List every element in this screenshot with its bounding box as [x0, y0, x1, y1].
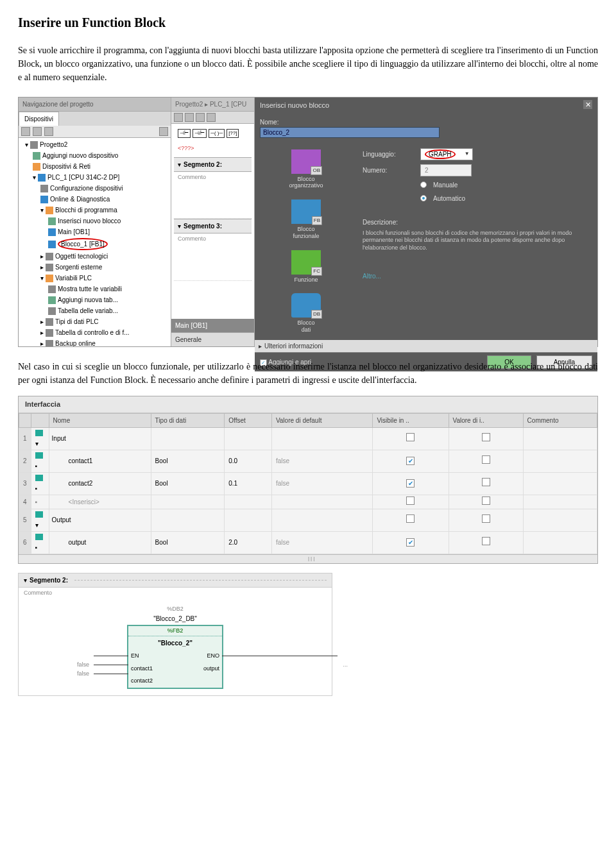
- page-title: Inserire un Function Block: [18, 13, 598, 32]
- plc-vars-icon: [46, 275, 53, 282]
- tech-objects-icon: [46, 253, 53, 260]
- tree-item[interactable]: ▸ Backup online: [20, 338, 169, 346]
- project-tree[interactable]: ▾ Progetto2 Aggiungi nuovo dispositivo D…: [19, 138, 171, 346]
- tree-item[interactable]: ▸ Tipi di dati PLC: [20, 316, 169, 327]
- toolbar-icon[interactable]: [196, 113, 205, 122]
- tree-item[interactable]: Aggiungi nuovo dispositivo: [20, 150, 169, 161]
- visible-checkbox[interactable]: [406, 497, 415, 505]
- tree-item[interactable]: ▾ Blocchi di programma: [20, 205, 169, 216]
- more-link[interactable]: Altro...: [363, 271, 585, 281]
- column-header[interactable]: Nome: [49, 413, 151, 427]
- segment-comment[interactable]: Commento: [174, 172, 252, 183]
- value-checkbox[interactable]: [482, 455, 490, 464]
- breadcrumb[interactable]: Progetto2 ▸ PLC_1 [CPU: [171, 98, 254, 112]
- language-select[interactable]: GRAPH: [420, 148, 473, 160]
- number-label: Numero:: [363, 166, 414, 175]
- automatic-label: Automatico: [433, 194, 465, 203]
- table-row[interactable]: 4▪<Inserisci>: [19, 495, 597, 509]
- toolbar-icon[interactable]: [185, 113, 194, 122]
- ob-block-icon: [48, 228, 56, 236]
- data-types-icon: [46, 318, 53, 326]
- tree-item[interactable]: Mostra tutte le variabili: [20, 284, 169, 294]
- segment-3-body[interactable]: [174, 245, 252, 281]
- segment-2-header[interactable]: ▾Segmento 2:: [174, 157, 252, 172]
- contact2-pin: contact2: [131, 677, 153, 686]
- coil-symbol[interactable]: ─( )─: [209, 129, 225, 138]
- value-checkbox[interactable]: [482, 433, 490, 441]
- output-pin: output: [203, 665, 219, 674]
- table-row[interactable]: 5 ▾Output: [19, 509, 597, 531]
- more-info-expander[interactable]: ▸Ulteriori informazioni: [255, 340, 597, 352]
- column-header[interactable]: Offset: [225, 413, 272, 427]
- tree-item[interactable]: ▸ Tabella di controllo e di f...: [20, 327, 169, 338]
- table-row[interactable]: 3 ▪contact2Bool0.1false✔: [19, 472, 597, 495]
- ladder-network[interactable]: %DB2 "Blocco_2_DB" %FB2 "Blocco_2" EN EN…: [19, 599, 332, 695]
- tree-item[interactable]: Dispositivi & Reti: [20, 161, 169, 172]
- segment-2-body[interactable]: [174, 183, 252, 219]
- fc-icon: [291, 250, 321, 275]
- column-header[interactable]: Valore di i..: [449, 413, 523, 427]
- block-name-input[interactable]: [260, 127, 440, 138]
- tree-item-circled[interactable]: Blocco_1 [FB1]: [20, 237, 169, 251]
- tree-item[interactable]: ▾ Variabili PLC: [20, 273, 169, 284]
- toolbar-icon[interactable]: [207, 113, 216, 122]
- value-checkbox[interactable]: [482, 537, 490, 545]
- number-input[interactable]: 2: [420, 164, 472, 176]
- generale-tab[interactable]: Generale: [171, 332, 254, 346]
- toolbar-icon[interactable]: [159, 127, 168, 136]
- block-type-ob[interactable]: Blocco organizzativo: [262, 146, 350, 196]
- visible-checkbox[interactable]: ✔: [406, 457, 415, 465]
- column-header[interactable]: Tipo di dati: [151, 413, 225, 427]
- tree-item[interactable]: Aggiungi nuova tab...: [20, 294, 169, 305]
- block-type-db[interactable]: Blocco dati: [262, 289, 350, 340]
- segment-comment[interactable]: Commento: [174, 233, 252, 245]
- value-checkbox[interactable]: [482, 478, 490, 486]
- nav-toolbar: [19, 126, 171, 138]
- visible-checkbox[interactable]: [406, 433, 415, 441]
- toolbar-icon[interactable]: [174, 113, 183, 122]
- toolbar-icon[interactable]: [21, 127, 30, 136]
- main-ob1-tab[interactable]: Main [OB1]: [171, 319, 254, 332]
- block-type-fc[interactable]: Funzione: [262, 246, 350, 290]
- tree-item[interactable]: ▸ Sorgenti esterne: [20, 262, 169, 273]
- automatic-radio[interactable]: [420, 195, 427, 201]
- tree-item[interactable]: Tabella delle variab...: [20, 305, 169, 316]
- box-symbol[interactable]: [??]: [227, 129, 239, 138]
- tree-item[interactable]: Main [OB1]: [20, 226, 169, 237]
- config-icon: [40, 185, 48, 192]
- manual-radio[interactable]: [420, 182, 427, 188]
- table-row[interactable]: 1 ▾Input: [19, 427, 597, 450]
- close-icon[interactable]: ✕: [583, 100, 592, 109]
- column-header[interactable]: Valore di default: [271, 413, 373, 427]
- visible-checkbox[interactable]: ✔: [406, 538, 415, 547]
- segment-3-header[interactable]: ▾Segmento 3:: [174, 219, 252, 233]
- value-checkbox[interactable]: [482, 514, 490, 523]
- contact-symbol[interactable]: ⊣⊢: [178, 129, 191, 138]
- visible-checkbox[interactable]: [406, 514, 415, 523]
- tree-root[interactable]: ▾ Progetto2: [20, 139, 169, 150]
- tab-dispositivi[interactable]: Dispositivi: [19, 112, 59, 126]
- column-header[interactable]: [31, 413, 49, 427]
- column-header[interactable]: Visibile in ..: [373, 413, 449, 427]
- db-icon: [291, 293, 321, 318]
- toolbar-icon[interactable]: [44, 127, 53, 136]
- tree-item[interactable]: Online & Diagnostica: [20, 194, 169, 205]
- column-header[interactable]: [19, 413, 31, 427]
- block-type-fb[interactable]: Blocco funzionale: [262, 196, 350, 246]
- tree-item[interactable]: Inserisci nuovo blocco: [20, 216, 169, 226]
- table-row[interactable]: 6 ▪outputBool2.0false✔: [19, 531, 597, 554]
- ladder-symbols: ⊣⊢ ⊣/⊢ ─( )─ [??]: [174, 126, 252, 140]
- scrollbar[interactable]: [19, 554, 597, 563]
- ncontact-symbol[interactable]: ⊣/⊢: [193, 129, 207, 138]
- tree-item[interactable]: ▸ Oggetti tecnologici: [20, 251, 169, 262]
- column-header[interactable]: Commento: [523, 413, 597, 427]
- table-row[interactable]: 2 ▪contact1Bool0.0false✔: [19, 450, 597, 472]
- segment-2-header[interactable]: ▾Segmento 2:: [19, 573, 332, 588]
- segment-comment[interactable]: Commento: [19, 588, 332, 599]
- tree-item[interactable]: ▾ PLC_1 [CPU 314C-2 DP]: [20, 172, 169, 183]
- fb-call-box[interactable]: %FB2 "Blocco_2" EN ENO contact1 output c…: [127, 625, 223, 689]
- visible-checkbox[interactable]: ✔: [406, 479, 415, 488]
- toolbar-icon[interactable]: [33, 127, 42, 136]
- tree-item[interactable]: Configurazione dispositivi: [20, 183, 169, 194]
- value-checkbox[interactable]: [482, 497, 490, 505]
